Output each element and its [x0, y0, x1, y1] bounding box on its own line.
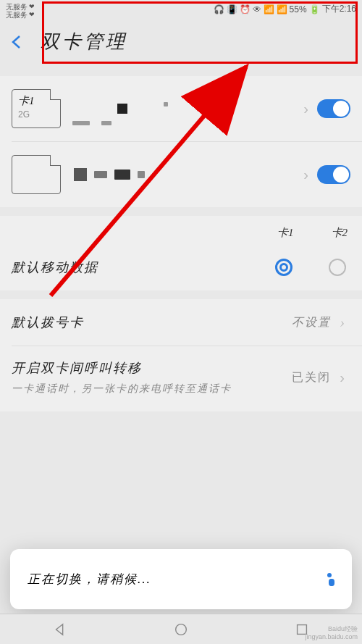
spinner-icon: [321, 573, 334, 586]
headphones-icon: 🎧: [214, 4, 224, 14]
watermark: Baidu经验 jingyan.baidu.com: [305, 625, 358, 641]
battery-percent: 55%: [290, 4, 307, 14]
heart-icon: ❤: [29, 12, 35, 19]
sim-cards-section: 卡1 2G › ›: [0, 76, 362, 207]
alarm-icon: ⏰: [240, 4, 251, 14]
back-icon[interactable]: [9, 33, 26, 51]
status-icons: 🎧 📳 ⏰ 👁 📶 📶 55% 🔋 下午2:16: [214, 3, 356, 15]
chevron-right-icon: ›: [303, 101, 308, 117]
sim1-info: [74, 104, 298, 114]
sim-column-headers: 卡1 卡2: [0, 216, 362, 244]
sim1-toggle[interactable]: [317, 99, 350, 118]
call-forward-value: 已关闭: [292, 370, 331, 385]
sim2-row[interactable]: ›: [0, 142, 362, 207]
call-forward-title: 开启双卡间呼叫转移: [12, 359, 292, 377]
signal-icon: 📶: [277, 4, 287, 14]
chevron-right-icon: ›: [340, 314, 345, 331]
default-data-section: 卡1 卡2 默认移动数据: [0, 216, 362, 290]
battery-icon: 🔋: [309, 4, 320, 14]
eye-icon: 👁: [253, 4, 261, 14]
svg-marker-2: [56, 624, 63, 635]
default-dial-section: 默认拨号卡 不设置 › 开启双卡间呼叫转移 一卡通话时，另一张卡的来电呼转至通话…: [0, 299, 362, 411]
wifi-icon: 📶: [264, 4, 274, 14]
svg-point-3: [176, 624, 187, 635]
default-mobile-data-row: 默认移动数据: [0, 244, 362, 290]
default-data-card2-radio[interactable]: [329, 259, 346, 276]
sim2-toggle[interactable]: [317, 165, 350, 184]
default-dial-label: 默认拨号卡: [12, 314, 292, 331]
clock-text: 下午2:16: [322, 3, 356, 15]
heart-icon: ❤: [29, 4, 35, 11]
page-title: 双卡管理: [41, 29, 127, 54]
sim1-card-icon: 卡1 2G: [12, 89, 61, 128]
default-dial-value: 不设置: [292, 315, 331, 330]
card1-header: 卡1: [277, 226, 294, 240]
default-data-card1-radio[interactable]: [275, 259, 292, 276]
chevron-right-icon: ›: [303, 167, 308, 183]
vibrate-icon: 📳: [227, 4, 237, 14]
page-header: 双卡管理: [0, 22, 362, 67]
sim2-info: [74, 168, 298, 181]
nav-back-icon[interactable]: [52, 622, 68, 637]
chevron-right-icon: ›: [340, 369, 345, 386]
switching-toast: 正在切换，请稍候...: [10, 549, 352, 609]
sim1-row[interactable]: 卡1 2G ›: [0, 76, 362, 141]
status-carrier: 无服务 ❤ 无服务 ❤: [6, 3, 35, 19]
card2-header: 卡2: [332, 226, 348, 240]
call-forward-row[interactable]: 开启双卡间呼叫转移 一卡通话时，另一张卡的来电呼转至通话卡 已关闭 ›: [0, 346, 362, 411]
nav-home-icon[interactable]: [173, 622, 189, 637]
default-dial-row[interactable]: 默认拨号卡 不设置 ›: [0, 299, 362, 346]
default-mobile-data-label: 默认移动数据: [12, 259, 275, 276]
sim2-card-icon: [12, 155, 61, 194]
status-bar: 无服务 ❤ 无服务 ❤ 🎧 📳 ⏰ 👁 📶 📶 55% 🔋 下午2:16: [0, 0, 362, 22]
toast-message: 正在切换，请稍候...: [28, 571, 151, 587]
call-forward-desc: 一卡通话时，另一张卡的来电呼转至通话卡: [12, 382, 292, 396]
